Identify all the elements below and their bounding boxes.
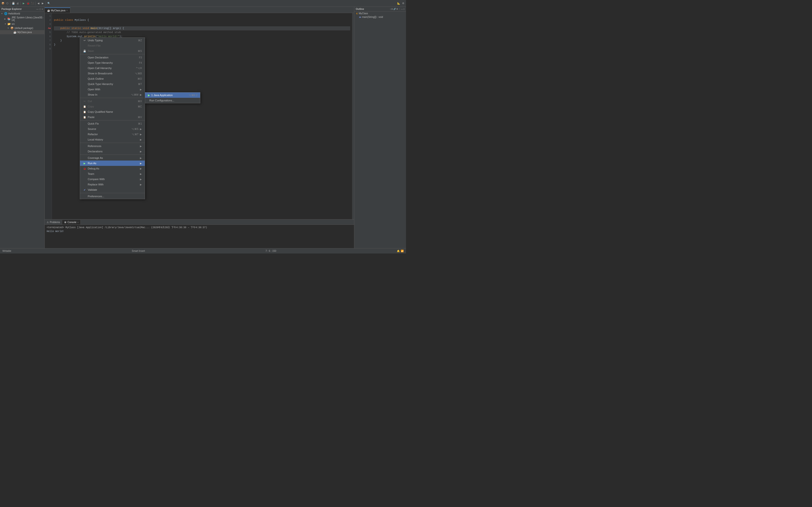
ctx-preferences[interactable]: Preferences... [80,193,145,199]
run-java-app-icon: ▶ [148,94,150,97]
status-bar: Writable Smart Insert 7 : 6 : 150 🔔 📶 [0,248,406,253]
ctx-paste[interactable]: 📋 Paste ⌘V [80,114,145,120]
ctx-references[interactable]: References ▶ [80,144,145,149]
ctx-copy-qualified-name-label: Copy Qualified Name [88,110,142,113]
status-notif-icon[interactable]: 🔔 [397,249,400,252]
ln-1: 1 [45,14,51,18]
ctx-copy-qualified-name[interactable]: 📋 Copy Qualified Name [80,109,145,114]
ctx-quick-outline-shortcut: ⌘O [138,77,142,80]
run-as-icon: ▶ [83,162,86,165]
ctx-sep-1 [80,54,145,54]
left-panel: Package Explorer — □ × ▼ 🌐 HelloWorld ▶ … [0,7,45,248]
ctx-undo-typing[interactable]: ↩ Undo Typing ⌘Z [80,38,145,43]
problems-tab-icon: ⚠ [47,221,49,224]
ctx-show-in[interactable]: Show In ⌥⌘W ▶ [80,92,145,97]
helloworld-label: HelloWorld [8,12,20,15]
toolbar-save-icon[interactable]: 💾 [11,1,15,5]
ctx-quick-outline[interactable]: Quick Outline ⌘O [80,76,145,81]
console-tab-close-btn[interactable]: × [77,221,79,224]
outline-sort-btn[interactable]: ↕ [390,8,391,10]
ctx-revert-file-label: Revert File [88,44,142,47]
toolbar-sep-2 [20,1,21,5]
status-mode: Writable [2,249,11,252]
toolbar-package-icon[interactable]: 📦 [1,1,5,5]
submenu-run-configurations[interactable]: Run Configurations... [145,98,200,103]
run-java-app-shortcut: ⌥⌘X J [189,94,197,97]
ctx-refactor[interactable]: Refactor ⌥⌘T ▶ [80,131,145,137]
left-panel-close-btn[interactable]: × [42,8,43,10]
tree-item-src[interactable]: ▼ 📂 src [0,22,45,26]
console-content: <terminated> MyClass [Java Application] … [45,225,354,234]
ln-7: 7 [45,39,51,43]
ctx-coverage-as-arrow: ▶ [140,157,142,159]
outline-main-method[interactable]: m main(String[]) : void [354,15,406,19]
toolbar-perspective-icon[interactable]: 📐 [397,1,401,5]
outline-maximize-btn[interactable]: □ [403,8,405,10]
toolbar-settings-icon[interactable]: ⚙ [401,1,405,5]
ctx-coverage-as-label: Coverage As [88,157,139,159]
left-panel-maximize-btn[interactable]: □ [39,8,41,10]
toolbar-back-icon[interactable]: ◀ [37,1,40,5]
ctx-open-type-hierarchy-shortcut: F4 [139,62,142,64]
problems-tab[interactable]: ⚠ Problems [45,220,62,225]
toolbar-stop-icon[interactable]: ⬛ [31,1,34,5]
bottom-panel: ⚠ Problems 🖥 Console × <terminated> MyCl… [45,219,354,248]
src-icon: 📂 [7,22,11,25]
toolbar-debug-icon[interactable]: 🐞 [26,1,30,5]
ctx-refactor-label: Refactor [88,133,130,136]
editor-tab-close-btn[interactable]: × [66,9,67,12]
myclass-icon: ☕ [13,31,17,34]
ctx-open-with[interactable]: Open With ▶ [80,87,145,92]
ctx-run-as[interactable]: ▶ Run As ▶ [80,161,145,166]
outline-tree: C MyClass m main(String[]) : void [354,12,406,19]
tree-item-default-pkg[interactable]: ▼ 📦 (default package) [0,26,45,30]
src-label: src [12,23,15,25]
outline-collapse-btn[interactable]: ⊟ [391,8,393,10]
ctx-show-in-breadcrumb[interactable]: Show in Breadcrumb ⌥⌘B [80,71,145,76]
toolbar-sep-4 [46,1,46,5]
outline-filter-btn[interactable]: ⚙ [396,8,398,10]
save-icon: 💾 [83,50,86,52]
left-panel-minimize-btn[interactable]: — [36,8,39,10]
toolbar-run-icon[interactable]: ▶ [22,1,26,5]
copy-icon: 📋 [83,105,86,108]
outline-myclass[interactable]: C MyClass [354,12,406,15]
tree-view: ▼ 🌐 HelloWorld ▶ 📚 JRE System Library [J… [0,12,45,34]
ctx-open-type-hierarchy[interactable]: Open Type Hierarchy F4 [80,60,145,65]
tree-item-myclass[interactable]: ▶ ☕ MyClass.java [0,30,45,34]
outline-more-btn[interactable]: ⋮ [399,8,400,10]
outline-minimize-btn[interactable]: — [401,8,403,10]
toolbar-new-icon[interactable]: ⬡ [5,1,9,5]
ctx-run-as-label: Run As [88,162,139,165]
ctx-coverage-as[interactable]: Coverage As ▶ [80,155,145,161]
tree-item-helloworld[interactable]: ▼ 🌐 HelloWorld [0,12,45,16]
ctx-team[interactable]: Team ▶ [80,171,145,176]
toolbar-search-icon[interactable]: 🔍 [47,1,51,5]
toolbar-forward-icon[interactable]: ▶ [41,1,45,5]
ctx-debug-as[interactable]: 🐞 Debug As ▶ [80,166,145,171]
ctx-local-history-label: Local History [88,138,139,141]
ctx-quick-fix[interactable]: Quick Fix ⌘1 [80,121,145,126]
editor-tab-myclass[interactable]: ☕ MyClass.java × [45,7,70,13]
ctx-open-with-arrow: ▶ [140,88,142,91]
submenu-run-java-app[interactable]: ▶ 1 Java Application ⌥⌘X J [145,93,200,98]
console-tab[interactable]: 🖥 Console × [62,220,81,225]
ctx-validate[interactable]: ✔ Validate [80,187,145,192]
ctx-open-call-hierarchy[interactable]: Open Call Hierarchy ^⌥H [80,65,145,71]
ctx-open-declaration[interactable]: Open Declaration F3 [80,55,145,60]
ctx-open-call-hierarchy-label: Open Call Hierarchy [88,67,135,69]
ln-5: 5 [45,31,51,35]
ctx-replace-with[interactable]: Replace With ▶ [80,182,145,187]
ctx-quick-type-hierarchy[interactable]: Quick Type Hierarchy ⌘T [80,81,145,87]
ctx-undo-typing-shortcut: ⌘Z [138,39,142,42]
ctx-source[interactable]: Source ⌥⌘S ▶ [80,126,145,131]
outline-link-btn[interactable]: 🔗 [394,8,396,10]
toolbar-print-icon[interactable]: 🖨 [16,1,19,5]
tree-item-jre[interactable]: ▶ 📚 JRE System Library [JavaSE-14] [0,16,45,22]
ctx-local-history[interactable]: Local History ▶ [80,137,145,142]
ln-8: 8 [45,43,51,47]
ctx-quick-type-hierarchy-label: Quick Type Hierarchy [88,82,137,86]
outline-myclass-label: MyClass [359,12,368,15]
ctx-compare-with[interactable]: Compare With ▶ [80,176,145,182]
ctx-declarations[interactable]: Declarations ▶ [80,149,145,154]
